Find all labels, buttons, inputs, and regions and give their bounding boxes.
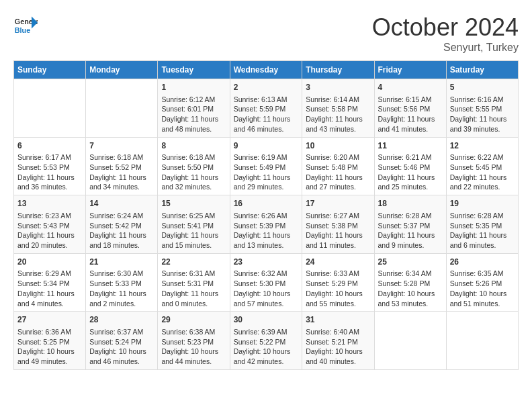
sunrise-text: Sunrise: 6:29 AM [17,269,82,279]
day-number: 22 [161,257,226,268]
sunrise-text: Sunrise: 6:14 AM [306,95,370,105]
daylight-text: Daylight: 11 hours and 32 minutes. [161,173,226,192]
sunset-text: Sunset: 5:22 PM [234,337,299,347]
sunset-text: Sunset: 5:49 PM [234,163,299,173]
calendar-header: SundayMondayTuesdayWednesdayThursdayFrid… [14,61,519,79]
sunset-text: Sunset: 5:53 PM [17,163,82,173]
sunset-text: Sunset: 5:37 PM [378,221,443,231]
daylight-text: Daylight: 11 hours and 2 minutes. [89,289,154,308]
calendar-cell: 24Sunrise: 6:33 AMSunset: 5:29 PMDayligh… [302,253,374,312]
calendar-cell: 13Sunrise: 6:23 AMSunset: 5:43 PMDayligh… [14,195,86,254]
weekday-header-thursday: Thursday [302,61,374,79]
sunrise-text: Sunrise: 6:36 AM [17,327,82,337]
daylight-text: Daylight: 11 hours and 4 minutes. [17,289,82,308]
calendar-cell: 5Sunrise: 6:16 AMSunset: 5:55 PMDaylight… [446,79,518,138]
daylight-text: Daylight: 11 hours and 6 minutes. [450,230,515,250]
sunset-text: Sunset: 5:55 PM [450,104,515,114]
sunset-text: Sunset: 5:23 PM [161,337,226,347]
calendar-cell: 26Sunrise: 6:35 AMSunset: 5:26 PMDayligh… [446,253,518,312]
daylight-text: Daylight: 11 hours and 46 minutes. [234,114,299,134]
sunset-text: Sunset: 5:21 PM [306,337,370,347]
daylight-text: Daylight: 11 hours and 9 minutes. [378,230,443,250]
calendar-week-1: 1Sunrise: 6:12 AMSunset: 6:01 PMDaylight… [14,79,519,138]
sunrise-text: Sunrise: 6:39 AM [234,327,299,337]
sunrise-text: Sunrise: 6:16 AM [450,95,515,105]
sunrise-text: Sunrise: 6:22 AM [450,152,515,163]
sunset-text: Sunset: 5:42 PM [89,221,154,231]
sunset-text: Sunset: 5:46 PM [378,163,443,173]
logo-icon: General Blue [13,13,38,38]
sunset-text: Sunset: 6:01 PM [161,104,226,114]
daylight-text: Daylight: 11 hours and 34 minutes. [89,173,154,192]
sunset-text: Sunset: 5:59 PM [234,104,299,114]
sunrise-text: Sunrise: 6:25 AM [161,211,226,221]
sunset-text: Sunset: 5:48 PM [306,163,370,173]
calendar-cell: 3Sunrise: 6:14 AMSunset: 5:58 PMDaylight… [302,79,374,138]
day-number: 30 [234,314,299,326]
calendar-cell: 1Sunrise: 6:12 AMSunset: 6:01 PMDaylight… [158,79,230,138]
sunset-text: Sunset: 5:58 PM [306,104,370,114]
day-number: 15 [161,198,226,210]
daylight-text: Daylight: 11 hours and 22 minutes. [450,173,515,192]
sunrise-text: Sunrise: 6:18 AM [161,152,226,163]
sunrise-text: Sunrise: 6:21 AM [378,152,443,163]
sunset-text: Sunset: 5:34 PM [17,279,82,289]
calendar-cell: 6Sunrise: 6:17 AMSunset: 5:53 PMDaylight… [14,137,86,195]
sunset-text: Sunset: 5:29 PM [306,279,370,289]
daylight-text: Daylight: 10 hours and 57 minutes. [234,289,299,308]
day-number: 11 [378,140,443,152]
sunset-text: Sunset: 5:25 PM [17,337,82,347]
day-number: 13 [17,198,82,210]
calendar-cell: 15Sunrise: 6:25 AMSunset: 5:41 PMDayligh… [158,195,230,254]
calendar-cell: 16Sunrise: 6:26 AMSunset: 5:39 PMDayligh… [230,195,302,254]
calendar-cell: 20Sunrise: 6:29 AMSunset: 5:34 PMDayligh… [14,253,86,312]
sunrise-text: Sunrise: 6:18 AM [89,152,154,163]
daylight-text: Daylight: 11 hours and 18 minutes. [89,230,154,250]
day-number: 6 [17,140,82,152]
calendar-cell: 25Sunrise: 6:34 AMSunset: 5:28 PMDayligh… [374,253,446,312]
daylight-text: Daylight: 11 hours and 41 minutes. [378,114,443,134]
calendar-cell: 7Sunrise: 6:18 AMSunset: 5:52 PMDaylight… [86,137,158,195]
calendar-cell: 8Sunrise: 6:18 AMSunset: 5:50 PMDaylight… [158,137,230,195]
daylight-text: Daylight: 11 hours and 11 minutes. [306,230,370,250]
sunset-text: Sunset: 5:24 PM [89,337,154,347]
day-number: 20 [17,257,82,268]
sunrise-text: Sunrise: 6:26 AM [234,211,299,221]
sunset-text: Sunset: 5:52 PM [89,163,154,173]
day-number: 28 [89,314,154,326]
calendar-week-4: 20Sunrise: 6:29 AMSunset: 5:34 PMDayligh… [14,253,519,312]
calendar-cell: 14Sunrise: 6:24 AMSunset: 5:42 PMDayligh… [86,195,158,254]
sunrise-text: Sunrise: 6:35 AM [450,269,515,279]
daylight-text: Daylight: 11 hours and 29 minutes. [234,173,299,192]
day-number: 26 [450,257,515,268]
day-number: 1 [161,82,226,93]
calendar-cell: 27Sunrise: 6:36 AMSunset: 5:25 PMDayligh… [14,312,86,370]
weekday-header-wednesday: Wednesday [230,61,302,79]
day-number: 7 [89,140,154,152]
daylight-text: Daylight: 10 hours and 51 minutes. [450,289,515,308]
daylight-text: Daylight: 11 hours and 27 minutes. [306,173,370,192]
calendar-week-3: 13Sunrise: 6:23 AMSunset: 5:43 PMDayligh… [14,195,519,254]
sunset-text: Sunset: 5:28 PM [378,279,443,289]
day-number: 2 [234,82,299,93]
calendar-cell: 21Sunrise: 6:30 AMSunset: 5:33 PMDayligh… [86,253,158,312]
day-number: 5 [450,82,515,93]
daylight-text: Daylight: 10 hours and 42 minutes. [234,347,299,366]
day-number: 27 [17,314,82,326]
sunrise-text: Sunrise: 6:28 AM [450,211,515,221]
daylight-text: Daylight: 11 hours and 13 minutes. [234,230,299,250]
day-number: 21 [89,257,154,268]
sunrise-text: Sunrise: 6:12 AM [161,95,226,105]
sunrise-text: Sunrise: 6:19 AM [234,152,299,163]
daylight-text: Daylight: 10 hours and 44 minutes. [161,347,226,366]
sunrise-text: Sunrise: 6:33 AM [306,269,370,279]
sunrise-text: Sunrise: 6:34 AM [378,269,443,279]
calendar-cell: 10Sunrise: 6:20 AMSunset: 5:48 PMDayligh… [302,137,374,195]
sunrise-text: Sunrise: 6:24 AM [89,211,154,221]
title-block: October 2024 Senyurt, Turkey [372,13,519,54]
sunset-text: Sunset: 5:35 PM [450,221,515,231]
day-number: 14 [89,198,154,210]
sunrise-text: Sunrise: 6:38 AM [161,327,226,337]
sunset-text: Sunset: 5:33 PM [89,279,154,289]
sunrise-text: Sunrise: 6:13 AM [234,95,299,105]
